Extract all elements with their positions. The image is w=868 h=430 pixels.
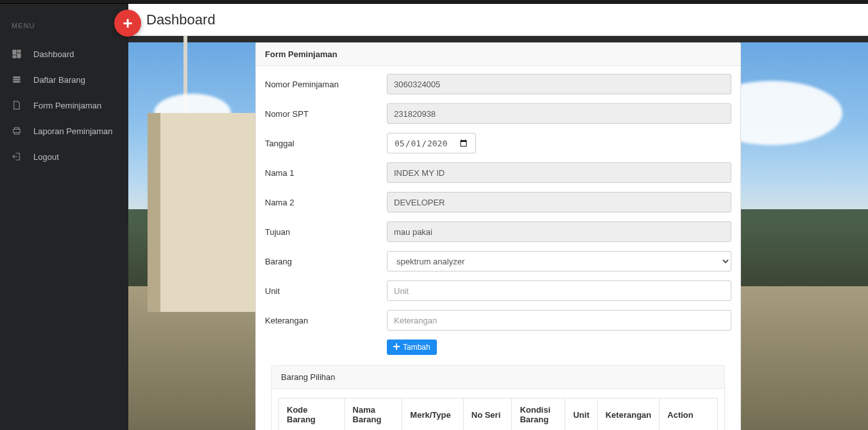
label-nomor-peminjaman: Nomor Peminjaman: [265, 80, 387, 89]
panel-body: Nomor Peminjaman Nomor SPT Tanggal Nama …: [256, 66, 740, 430]
panel-barang-pilihan: Barang Pilihan Kode Barang Nama Barang M…: [271, 365, 725, 430]
page-title: Dashboard: [146, 12, 216, 28]
barang-table: Kode Barang Nama Barang Merk/Type No Ser…: [278, 398, 718, 430]
th-keterangan: Keterangan: [597, 399, 660, 431]
th-noseri: No Seri: [463, 399, 512, 431]
nama1-input[interactable]: [387, 162, 731, 183]
sidebar-item-label: Daftar Barang: [33, 75, 85, 85]
sidebar-item-daftar-barang[interactable]: Daftar Barang: [0, 67, 128, 92]
plus-icon: [393, 343, 400, 352]
sidebar-menu-title: MENU: [0, 15, 128, 41]
top-bar: [0, 0, 868, 4]
label-nama1: Nama 1: [265, 168, 387, 178]
unit-input[interactable]: [387, 280, 731, 301]
panel-heading: Barang Pilihan: [272, 366, 724, 389]
sidebar-item-logout[interactable]: Logout: [0, 144, 128, 169]
page: Dashboard Form Peminjaman Nomor Peminjam…: [128, 4, 868, 430]
sidebar-item-label: Form Peminjaman: [33, 101, 101, 110]
label-keterangan: Keterangan: [265, 316, 387, 325]
list-icon: [12, 74, 22, 85]
th-action: Action: [660, 399, 718, 431]
button-label: Tambah: [403, 343, 430, 352]
sidebar-item-label: Logout: [33, 152, 59, 162]
tambah-button[interactable]: Tambah: [387, 340, 437, 355]
th-nama: Nama Barang: [345, 399, 402, 431]
panel-form-peminjaman: Form Peminjaman Nomor Peminjaman Nomor S…: [255, 42, 741, 430]
label-tanggal: Tanggal: [265, 139, 387, 148]
sidebar-item-label: Dashboard: [33, 49, 74, 59]
sidebar-item-laporan-peminjaman[interactable]: Laporan Peminjaman: [0, 118, 128, 144]
file-icon: [12, 100, 22, 110]
th-kode: Kode Barang: [279, 399, 345, 431]
label-nama2: Nama 2: [265, 198, 387, 207]
sidebar-item-dashboard[interactable]: Dashboard: [0, 41, 128, 67]
page-header: Dashboard: [128, 4, 868, 36]
sidebar-item-label: Laporan Peminjaman: [33, 126, 113, 136]
plus-icon: +: [123, 13, 132, 33]
dashboard-icon: [12, 49, 22, 59]
logout-icon: [12, 151, 22, 162]
panel-heading: Form Peminjaman: [256, 43, 740, 66]
sidebar-item-form-peminjaman[interactable]: Form Peminjaman: [0, 92, 128, 118]
nama2-input[interactable]: [387, 192, 731, 212]
barang-select[interactable]: spektrum analyzer: [387, 251, 731, 271]
label-tujuan: Tujuan: [265, 227, 387, 237]
label-unit: Unit: [265, 286, 387, 296]
nomor-peminjaman-input[interactable]: [387, 74, 731, 94]
sidebar: MENU Dashboard Daftar Barang Form Peminj…: [0, 4, 128, 430]
tujuan-input[interactable]: [387, 221, 731, 242]
printer-icon: [12, 126, 22, 136]
label-nomor-spt: Nomor SPT: [265, 109, 387, 119]
th-kondisi: Kondisi Barang: [512, 399, 565, 431]
content-area: Form Peminjaman Nomor Peminjaman Nomor S…: [128, 42, 868, 430]
label-barang: Barang: [265, 257, 387, 266]
tanggal-input[interactable]: [387, 133, 476, 153]
th-unit: Unit: [565, 399, 597, 431]
fab-add-button[interactable]: +: [114, 10, 141, 37]
nomor-spt-input[interactable]: [387, 103, 731, 124]
keterangan-input[interactable]: [387, 310, 731, 331]
th-merk: Merk/Type: [402, 399, 463, 431]
